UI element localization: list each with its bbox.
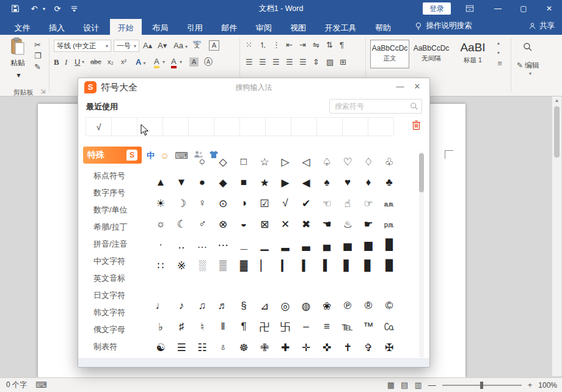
font-size-combo[interactable]: 一号 ▾ (114, 40, 139, 52)
superscript-button[interactable]: x² (121, 59, 126, 65)
italic-button[interactable]: I (65, 58, 67, 66)
show-marks-button[interactable]: ¶ (340, 41, 344, 49)
share-button[interactable]: 共享 (528, 17, 555, 35)
special-symbols-tab[interactable]: 特殊 S (83, 147, 142, 164)
edit-group-button[interactable]: ✎ 编辑 (517, 62, 539, 69)
symbol-cell[interactable]: ♢ (358, 151, 379, 172)
symbol-cell[interactable]: ♤ (316, 151, 337, 172)
category-item[interactable]: 数字序号 (78, 184, 147, 201)
symbol-cell[interactable]: ✛ (296, 337, 316, 358)
symbol-grid-scrollbar[interactable] (419, 151, 424, 358)
symbol-cell[interactable]: ▍ (296, 255, 316, 276)
cut-button[interactable]: ✂ (34, 41, 41, 49)
symbol-cell[interactable]: · (150, 234, 171, 255)
align-left-button[interactable]: ☰ (246, 58, 253, 66)
tab-design[interactable]: 设计 (75, 19, 107, 37)
symbol-cell[interactable]: ♣ (379, 172, 400, 193)
login-button[interactable]: 登录 (423, 2, 451, 15)
styles-scroll-down[interactable]: ▾ (497, 51, 500, 56)
recent-symbol-cell[interactable] (342, 117, 368, 136)
ribbon-display-options-button[interactable] (461, 0, 479, 17)
document-scrollbar[interactable]: ▲ (552, 96, 561, 376)
text-highlight-button[interactable]: A (154, 57, 159, 68)
symbol-cell[interactable]: ● (192, 172, 213, 193)
symbol-cell[interactable]: ◀ (296, 172, 316, 193)
symbol-cell[interactable]: ✕ (275, 214, 296, 234)
symbol-cell[interactable]: ▓ (233, 255, 254, 276)
shrink-font-button[interactable]: A▾ (158, 42, 167, 49)
borders-button[interactable]: ⊞ (340, 58, 346, 66)
zoom-in-button[interactable]: + (528, 381, 533, 389)
symbol-cell[interactable]: ★ (254, 172, 275, 193)
text-effects-button[interactable]: A▾ (136, 58, 145, 66)
symbol-cell[interactable] (171, 151, 192, 172)
symbol-cell[interactable]: █ (379, 255, 400, 276)
tab-file[interactable]: 文件 (6, 19, 38, 37)
symbol-cell[interactable]: ♭ (150, 316, 171, 337)
increase-indent-button[interactable]: ⇥ (299, 41, 306, 49)
font-color-dropdown[interactable]: ▾ (180, 60, 182, 65)
symbol-cell[interactable]: ✞ (358, 337, 379, 358)
symbol-cell[interactable]: ♠ (316, 172, 337, 193)
symbol-cell[interactable]: ☯ (150, 337, 171, 358)
symbol-cell[interactable]: ☽ (171, 193, 192, 214)
symbol-cell[interactable]: ¶ (233, 316, 254, 337)
symbol-cell[interactable]: √ (275, 193, 296, 214)
symbol-cell[interactable]: ⊙ (213, 193, 233, 214)
recent-symbol-cell[interactable] (188, 117, 214, 136)
symbol-cell[interactable]: ‥ (171, 234, 192, 255)
symbol-cell[interactable]: ☆ (254, 151, 275, 172)
symbol-cell[interactable]: ▅ (337, 234, 358, 255)
symbol-cell[interactable]: ▊ (358, 255, 379, 276)
underline-button[interactable]: U (75, 58, 80, 66)
symbol-cell[interactable]: 卍 (254, 316, 275, 337)
symbol-cell[interactable]: ▄ (316, 234, 337, 255)
category-item[interactable]: 英文音标 (78, 270, 147, 287)
symbol-cell[interactable]: – (296, 316, 316, 337)
word-count[interactable]: 0 个字 (6, 380, 27, 390)
symbol-cell[interactable]: ✠ (379, 337, 400, 358)
symbol-cell[interactable]: ▏ (254, 255, 275, 276)
grid-scrollbar-thumb[interactable] (419, 153, 424, 192)
symbol-cell[interactable]: ◍ (296, 296, 316, 316)
recent-symbol-cell[interactable] (162, 117, 189, 136)
symbol-cell[interactable]: ∷ (150, 255, 171, 276)
symbol-cell[interactable]: ♁ (213, 337, 233, 358)
style-card-normal[interactable]: AaBbCcDc 正文 (370, 40, 409, 68)
justify-button[interactable]: ☰ (286, 58, 293, 66)
symbol-cell[interactable]: ◇ (213, 151, 233, 172)
symbol-cell[interactable]: ✔ (296, 193, 316, 214)
symbol-cell[interactable]: ♨ (337, 214, 358, 234)
symbol-cell[interactable]: ☞ (358, 193, 379, 214)
styles-scroll-up[interactable]: ▴ (497, 41, 500, 46)
symbol-cell[interactable]: ♥ (337, 172, 358, 193)
scroll-up-arrow-icon[interactable]: ▲ (552, 96, 561, 105)
styles-gallery-more[interactable]: ≣ (497, 60, 502, 67)
font-color-button[interactable]: A (171, 57, 177, 68)
symbol-cell[interactable]: ‖ (213, 316, 233, 337)
format-painter-button[interactable]: ✎ (34, 63, 41, 71)
symbol-cell[interactable]: ▎ (275, 255, 296, 276)
clear-recent-button[interactable] (412, 120, 421, 132)
tab-references[interactable]: 引用 (179, 19, 211, 37)
symbol-cell[interactable]: ✙ (254, 337, 275, 358)
underline-dropdown[interactable]: ▾ (82, 60, 84, 65)
symbol-search-input[interactable] (329, 99, 422, 114)
recent-symbol-cell[interactable] (291, 117, 317, 136)
symbol-cell[interactable]: ░ (192, 255, 213, 276)
zoom-out-button[interactable]: — (428, 381, 436, 389)
sort-button[interactable]: ⇅ (326, 41, 333, 49)
symbol-cell[interactable]: ❀ (316, 296, 337, 316)
recent-symbol-cell[interactable] (316, 117, 343, 136)
symbol-cell[interactable]: ◁ (296, 151, 316, 172)
symbol-cell[interactable]: ■ (233, 172, 254, 193)
align-right-button[interactable]: ☰ (272, 58, 280, 66)
symbol-cell[interactable]: ◑ (233, 193, 254, 214)
symbol-cell[interactable]: ✚ (275, 337, 296, 358)
minimize-button[interactable]: — (485, 0, 511, 17)
symbol-cell[interactable]: ▋ (337, 255, 358, 276)
symbol-cell[interactable]: ◆ (213, 172, 233, 193)
paste-button[interactable]: 粘贴 ▾ (4, 37, 32, 86)
symbol-cell[interactable]: ⊗ (213, 214, 233, 234)
symbol-cell[interactable]: ☰ (171, 337, 192, 358)
